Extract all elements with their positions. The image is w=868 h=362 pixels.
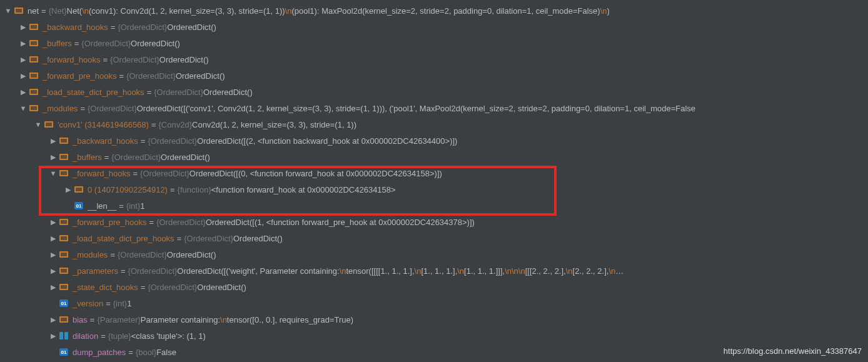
equals: = [170, 185, 175, 194]
expand-arrow[interactable]: ▶ [49, 283, 58, 291]
equals: = [101, 331, 106, 341]
tree-row[interactable]: ▶_forward_pre_hooks={OrderedDict} Ordere… [4, 214, 868, 230]
value-text: OrderedDict() [167, 250, 216, 259]
equals: = [119, 201, 124, 211]
expand-arrow[interactable]: ▶ [49, 137, 58, 145]
var-name: _forward_hooks [43, 55, 101, 64]
tree-row[interactable]: ▼'conv1' (3144619466568)={Conv2d} Conv2d… [4, 116, 868, 133]
tree-row[interactable]: ▶0 (140710902254912)={function} <functio… [4, 181, 868, 198]
equals: = [147, 88, 152, 97]
tree-row[interactable]: ▶_parameters={OrderedDict} OrderedDict([… [4, 263, 868, 279]
tree-row[interactable]: ▶bias={Parameter} Parameter containing:\… [4, 311, 868, 328]
equals: = [80, 104, 85, 113]
value-text: [1., 1., 1.]]], [464, 266, 505, 276]
collapse-arrow[interactable]: ▼ [49, 169, 58, 177]
object-icon [29, 54, 39, 64]
value-text: OrderedDict() [167, 23, 216, 32]
equals: = [41, 6, 46, 16]
expand-arrow[interactable]: ▶ [64, 186, 73, 194]
expand-arrow[interactable]: ▶ [49, 267, 58, 275]
value-text: <class 'tuple'>: (1, 1) [131, 331, 206, 341]
var-type: {int} [113, 299, 127, 308]
int-icon: 01 [74, 201, 84, 211]
expand-arrow[interactable]: ▶ [49, 218, 58, 226]
tree-row[interactable]: ▶_buffers={OrderedDict} OrderedDict() [4, 35, 868, 51]
value-text: OrderedDict() [197, 283, 246, 292]
var-type: {tuple} [108, 331, 131, 341]
var-name: _version [73, 299, 103, 308]
expand-arrow[interactable]: ▶ [19, 39, 28, 48]
var-type: {Net} [49, 6, 67, 16]
newline-escape: \n [512, 266, 518, 276]
tree-row[interactable]: ▶_backward_hooks={OrderedDict} OrderedDi… [4, 19, 868, 35]
tuple-icon [59, 331, 69, 341]
equals: = [141, 283, 146, 292]
collapse-arrow[interactable]: ▼ [4, 7, 13, 14]
object-icon [29, 71, 39, 81]
tree-row[interactable]: ▼_forward_hooks={OrderedDict} OrderedDic… [4, 165, 868, 181]
tree-row[interactable]: ▶_forward_pre_hooks={OrderedDict} Ordere… [4, 68, 868, 84]
object-icon [29, 103, 39, 113]
value-text: <function forward_hook at 0x000002DC4263… [211, 185, 396, 194]
collapse-arrow[interactable]: ▼ [19, 104, 28, 112]
value-text: OrderedDict() [176, 71, 225, 81]
object-icon [59, 282, 69, 292]
value-text: OrderedDict() [161, 153, 210, 162]
watermark: https://blog.csdn.net/weixin_43387647 [724, 346, 862, 356]
tree-row[interactable]: ▶_buffers={OrderedDict} OrderedDict() [4, 149, 868, 165]
var-type: {function} [178, 185, 211, 194]
var-type: {OrderedDict} [148, 283, 197, 292]
tree-row[interactable]: ▶_load_state_dict_pre_hooks={OrderedDict… [4, 230, 868, 246]
expand-arrow[interactable]: ▶ [19, 72, 28, 80]
value-text: 1 [140, 201, 144, 211]
variable-tree[interactable]: ▼net={Net} Net(\n (conv1): Conv2d(1, 2, … [0, 0, 868, 360]
expand-arrow[interactable]: ▶ [19, 88, 28, 96]
tree-row[interactable]: ▶_modules={OrderedDict} OrderedDict() [4, 246, 868, 263]
expand-arrow[interactable]: ▶ [49, 251, 58, 259]
var-type: {int} [126, 201, 140, 211]
expand-arrow[interactable]: ▶ [19, 56, 28, 64]
expand-arrow[interactable]: ▶ [19, 23, 28, 31]
tree-row[interactable]: ▶_forward_hooks={OrderedDict} OrderedDic… [4, 51, 868, 68]
newline-escape: \n [608, 266, 615, 276]
object-icon [59, 249, 69, 259]
expand-arrow[interactable]: ▶ [49, 153, 58, 161]
tree-row[interactable]: ▶_state_dict_hooks={OrderedDict} Ordered… [4, 279, 868, 295]
expand-arrow[interactable]: ▶ [49, 332, 58, 340]
tree-row[interactable]: ▶_backward_hooks={OrderedDict} OrderedDi… [4, 133, 868, 149]
value-text: Net( [67, 6, 83, 16]
value-text: [[[2., 2., 2.], [525, 266, 566, 276]
var-type: {OrderedDict} [110, 55, 159, 64]
newline-escape: \n [566, 266, 573, 276]
tree-row[interactable]: ▶01_version={int} 1 [4, 295, 868, 311]
value-text: False [156, 348, 176, 357]
object-icon [59, 314, 69, 324]
tree-row[interactable]: ▼net={Net} Net(\n (conv1): Conv2d(1, 2, … [4, 3, 868, 19]
tree-row[interactable]: ▶01__len__={int} 1 [4, 198, 868, 214]
newline-escape: \n [457, 266, 464, 276]
var-name: bias [73, 315, 88, 324]
equals: = [149, 218, 154, 227]
var-type: {OrderedDict} [118, 250, 167, 259]
equals: = [90, 315, 95, 324]
value-text: OrderedDict() [233, 234, 283, 243]
value-text: OrderedDict([(0, <function forward_hook … [189, 169, 442, 178]
var-type: {OrderedDict} [88, 104, 137, 113]
tree-row[interactable]: ▼_modules={OrderedDict} OrderedDict([('c… [4, 100, 868, 116]
newline-escape: \n [220, 315, 227, 324]
tree-row[interactable]: ▶_load_state_dict_pre_hooks={OrderedDict… [4, 84, 868, 100]
arrow-placeholder: ▶ [64, 202, 73, 210]
collapse-arrow[interactable]: ▼ [34, 121, 43, 128]
expand-arrow[interactable]: ▶ [49, 234, 58, 243]
object-icon [59, 217, 69, 227]
expand-arrow[interactable]: ▶ [49, 316, 58, 324]
var-name: _load_state_dict_pre_hooks [73, 234, 174, 243]
value-text: [1., 1., 1.], [421, 266, 457, 276]
svg-rect-18 [59, 332, 63, 339]
tree-row[interactable]: ▶dilation={tuple} <class 'tuple'>: (1, 1… [4, 328, 868, 344]
value-text: tensor([0., 0.], requires_grad=True) [227, 315, 353, 324]
value-text: OrderedDict([(1, <function forward_pre_h… [206, 218, 475, 227]
var-type: {OrderedDict} [111, 153, 161, 162]
var-name: _state_dict_hooks [73, 283, 138, 292]
var-name: _modules [43, 104, 78, 113]
